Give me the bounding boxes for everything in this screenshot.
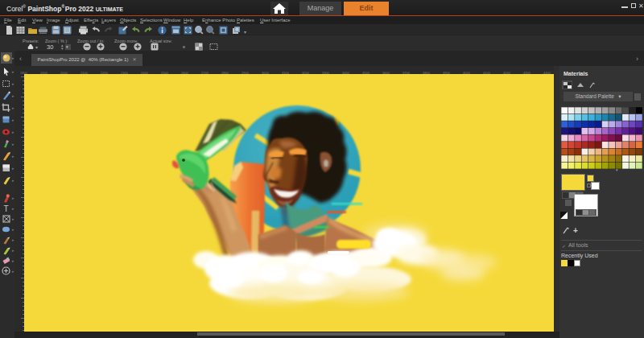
svg-text:T: T [4,204,9,213]
